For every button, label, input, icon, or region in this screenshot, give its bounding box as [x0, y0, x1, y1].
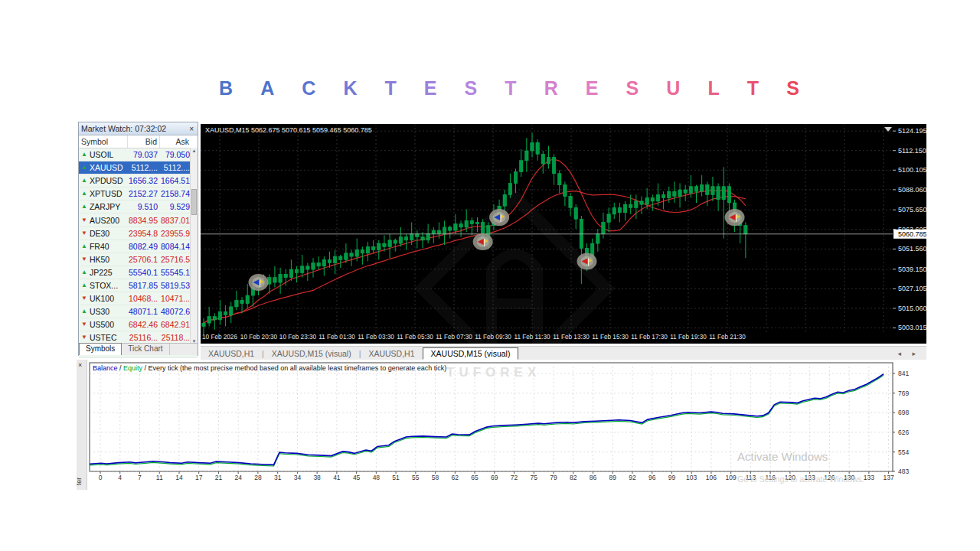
close-icon[interactable]: × [78, 361, 82, 369]
market-watch-row-usoil[interactable]: ▲USOIL79.03779.050 [79, 148, 198, 161]
close-icon[interactable]: × [188, 125, 195, 133]
price-axis-label: 5051.560 [898, 245, 926, 253]
title-letter: E [424, 77, 437, 100]
time-axis-label: 11 Feb 21:30 [709, 334, 746, 341]
up-arrow-icon: ▲ [81, 191, 87, 197]
up-arrow-icon: ▲ [81, 152, 87, 158]
activate-windows-text: Activate Windows [737, 450, 828, 463]
symbol-label: FR40 [90, 242, 109, 251]
symbol-label: AUS200 [90, 216, 119, 225]
up-arrow-icon: ▲ [81, 269, 87, 276]
market-watch-row-jp225[interactable]: ▲JP22555540.155545.1 [79, 266, 198, 279]
activate-windows-subtext: Go to Settings to activate Windows. [737, 474, 864, 484]
time-axis-label: 10 Feb 2026 [202, 334, 237, 341]
symbol-label: UK100 [90, 294, 114, 303]
market-watch-row-xptusd[interactable]: ▲XPTUSD2152.272158.74 [79, 187, 198, 201]
column-bid[interactable]: Bid [128, 135, 160, 148]
market-watch-row-uk100[interactable]: ▼UK10010468...10471... [79, 292, 198, 305]
title-letter: E [586, 77, 599, 100]
market-watch-row-fr40[interactable]: ▲FR408082.498084.14 [79, 240, 198, 253]
price-axis-label: 5124.195 [898, 127, 926, 135]
symbol-label: US500 [90, 320, 114, 329]
tester-y-label: 626 [898, 429, 909, 436]
title-letter: S [786, 77, 799, 100]
chart-tab-3[interactable]: XAUUSD,M15 (visual) [423, 347, 519, 360]
ask-value: 48072.6 [160, 307, 191, 316]
market-watch-row-us30[interactable]: ▲US3048071.148072.6 [79, 305, 198, 318]
tab-scroll-arrows[interactable]: ◂ ▸ [897, 350, 926, 357]
title-letter: U [666, 77, 680, 100]
title-letter: S [626, 77, 639, 100]
time-axis-label: 11 Feb 07:30 [436, 334, 472, 341]
tester-x-label: 41 [333, 474, 341, 481]
market-watch-tab-symbols[interactable]: Symbols [79, 343, 122, 355]
market-watch-title: Market Watch: 07:32:02 [81, 124, 166, 133]
market-watch-row-hk50[interactable]: ▼HK5025706.125716.5 [79, 253, 198, 266]
chart-tab-bar: XAUUSD,H1|XAUUSD,M15 (visual)|XAUUSD,H1X… [201, 346, 926, 360]
ask-value: 25118... [160, 333, 191, 342]
price-axis-label: 5039.150 [898, 266, 926, 273]
down-arrow-icon: ▼ [81, 256, 87, 262]
market-watch-rows: ▲USOIL79.03779.050▲XAUUSD5112....5112...… [79, 148, 198, 358]
market-watch-scrollbar[interactable]: ▴ ▾ [190, 148, 198, 344]
tester-x-label: 51 [392, 474, 400, 481]
balance-equity-chart[interactable]: TUFOREX047111417212428313438414548515558… [87, 360, 923, 490]
sell-trade-marker[interactable] [725, 209, 745, 226]
down-arrow-icon: ▼ [81, 217, 87, 223]
symbol-cell: ▼HK50 [79, 255, 128, 264]
ask-value: 5819.53 [160, 281, 191, 290]
tester-x-label: 45 [353, 474, 361, 481]
bid-value: 9.510 [128, 202, 160, 211]
market-watch-row-stox[interactable]: ▲STOX...5817.855819.53 [79, 279, 198, 292]
candlestick-chart[interactable]: 5124.1955112.1505100.1055088.0605075.650… [201, 124, 926, 344]
buy-trade-marker[interactable] [249, 274, 269, 291]
tester-x-label: 106 [706, 474, 717, 481]
buy-trade-marker[interactable] [489, 209, 509, 226]
price-axis-label: 5027.105 [898, 285, 926, 292]
tester-x-label: 7 [138, 474, 142, 481]
market-watch-row-de30[interactable]: ▼DE3023954.823955.9 [79, 227, 198, 240]
price-axis-label: 5100.105 [898, 166, 926, 174]
symbol-label: JP225 [90, 268, 113, 277]
price-axis-label: 5075.650 [898, 206, 926, 214]
chart-tab-2[interactable]: XAUUSD,H1 [361, 348, 422, 359]
tester-x-label: 11 [156, 474, 163, 481]
symbol-label: USTEC [90, 333, 117, 342]
scroll-up-icon[interactable]: ▴ [191, 148, 198, 154]
scrollbar-thumb[interactable] [191, 189, 197, 215]
tester-x-label: 14 [175, 474, 183, 481]
ask-value: 6842.91 [160, 320, 191, 329]
title-letter: L [707, 77, 719, 100]
market-watch-row-us500[interactable]: ▼US5006842.466842.91 [79, 318, 198, 331]
up-arrow-icon: ▲ [81, 308, 87, 315]
tester-y-label: 841 [898, 370, 909, 377]
ask-value: 25716.5 [160, 255, 191, 264]
market-watch-tabs: SymbolsTick Chart [79, 343, 198, 355]
market-watch-row-zarjpy[interactable]: ▲ZARJPY9.5109.529 [79, 201, 198, 214]
tester-x-label: 24 [234, 474, 242, 481]
market-watch-row-xpdusd[interactable]: ▲XPDUSD1656.321664.51 [79, 174, 198, 187]
market-watch-row-xauusd[interactable]: ▲XAUUSD5112....5112.... [79, 161, 198, 174]
title-letter: K [343, 77, 357, 100]
symbol-cell: ▼UK100 [79, 294, 128, 303]
chart-tab-1[interactable]: XAUUSD,M15 (visual) [264, 348, 359, 359]
symbol-label: STOX... [90, 281, 118, 290]
chart-tab-0[interactable]: XAUUSD,H1 [201, 348, 262, 359]
sell-trade-marker[interactable] [577, 253, 597, 269]
bid-value: 1656.32 [128, 176, 160, 185]
tester-x-label: 48 [373, 474, 381, 481]
tester-x-label: 28 [254, 474, 262, 481]
ask-value: 9.529 [160, 202, 191, 211]
bid-value: 25706.1 [128, 255, 160, 264]
symbol-cell: ▲XAUUSD [79, 163, 128, 172]
column-symbol[interactable]: Symbol [79, 135, 128, 148]
sell-trade-marker[interactable] [473, 233, 493, 250]
time-axis-label: 11 Feb 11:30 [514, 334, 550, 341]
market-watch-tab-tick-chart[interactable]: Tick Chart [122, 344, 169, 355]
market-watch-row-aus200[interactable]: ▼AUS2008834.958837.01 [79, 214, 198, 227]
tester-x-label: 75 [531, 474, 538, 481]
time-axis-label: 10 Feb 23:30 [279, 334, 317, 341]
tester-y-label: 554 [898, 448, 909, 456]
column-ask[interactable]: Ask [160, 135, 191, 148]
ask-value: 1664.51 [160, 176, 191, 185]
